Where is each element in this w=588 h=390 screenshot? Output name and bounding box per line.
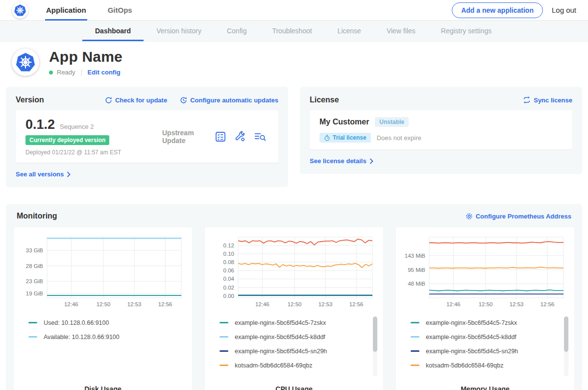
version-card-title: Version [16, 96, 44, 104]
legend-label: example-nginx-5bc6f5d4c5-k8ddf [235, 334, 325, 341]
channel-badge: Unstable [375, 117, 409, 127]
add-application-button[interactable]: Add a new application [452, 2, 543, 18]
logout-button[interactable]: Log out [552, 6, 576, 14]
legend-label: kotsadm-5db6dc6584-69qbz [426, 362, 503, 369]
svg-text:12:50: 12:50 [288, 301, 302, 307]
legend-dash-icon [28, 336, 37, 338]
check-for-update-link[interactable]: Check for update [105, 97, 167, 104]
svg-text:12:53: 12:53 [127, 301, 142, 307]
tab-config[interactable]: Config [214, 21, 259, 41]
legend-item: kotsadm-5db6dc6584-69qbz [411, 358, 570, 372]
tab-view-files[interactable]: View files [374, 21, 428, 41]
chevron-right-icon [67, 171, 71, 177]
legend-scrollbar-thumb[interactable] [373, 317, 377, 352]
svg-text:48 MiB: 48 MiB [408, 281, 425, 287]
license-details-row: My Customer Unstable Trial license Does … [310, 110, 572, 149]
disk-usage-chart-card: 33 GiB28 GiB23 GiB19 GiB12:4612:5012:531… [14, 227, 192, 390]
legend-scrollbar[interactable] [373, 317, 377, 376]
gear-icon [466, 213, 473, 220]
configure-automatic-updates-link[interactable]: Configure automatic updates [180, 97, 278, 104]
svg-text:12:53: 12:53 [318, 301, 333, 307]
legend-scrollbar[interactable] [564, 317, 568, 376]
tab-gitops[interactable]: GitOps [107, 0, 133, 21]
legend-dash-icon [411, 322, 419, 323]
legend-dash-icon [220, 350, 228, 352]
tab-dashboard[interactable]: Dashboard [82, 21, 144, 41]
svg-text:12:46: 12:46 [64, 301, 78, 307]
sync-license-link[interactable]: Sync license [523, 97, 572, 104]
legend-dash-icon [411, 365, 419, 366]
monitoring-card: Monitoring Configure Prometheus Address … [6, 204, 582, 390]
app-kubernetes-icon [12, 49, 39, 76]
top-navbar: Application GitOps Add a new application… [0, 0, 588, 21]
svg-text:12:50: 12:50 [97, 301, 111, 307]
svg-text:0.00: 0.00 [223, 293, 234, 299]
legend-dash-icon [220, 322, 228, 323]
app-header: App Name Ready Edit config [0, 42, 588, 84]
license-expiry: Does not expire [377, 134, 421, 142]
configure-prometheus-link[interactable]: Configure Prometheus Address [466, 213, 571, 220]
legend-item: example-nginx-5bc6f5d4c5-7zskx [220, 316, 379, 330]
edit-config-link[interactable]: Edit config [88, 69, 121, 76]
deployed-badge: Currently deployed version [25, 135, 109, 145]
tab-registry-settings[interactable]: Registry settings [428, 21, 504, 41]
svg-text:0.08: 0.08 [223, 259, 234, 265]
license-card-title: License [310, 96, 339, 104]
memory-usage-chart: 143 MiB95 MiB48 MiB12:4612:5012:5312:56 [400, 233, 570, 311]
view-files-icon[interactable] [254, 131, 267, 143]
cpu-usage-chart: 0.120.100.080.060.040.020.0012:4612:5012… [209, 233, 379, 311]
sync-icon [523, 97, 531, 103]
license-card: License Sync license My Customer Unstabl… [300, 87, 582, 174]
app-sub-navbar: Dashboard Version history Config Trouble… [0, 21, 588, 42]
legend-dash-icon [411, 336, 419, 338]
deployed-timestamp: Deployed 01/21/22 @ 11:57 am EST [25, 149, 150, 156]
tab-version-history[interactable]: Version history [144, 21, 214, 41]
topnav-tabs: Application GitOps [45, 0, 153, 21]
kubernetes-logo-icon[interactable] [12, 2, 28, 19]
divider [81, 69, 82, 76]
tab-license[interactable]: License [325, 21, 374, 41]
svg-text:23 GiB: 23 GiB [26, 278, 43, 284]
status-dot-icon [49, 71, 53, 74]
chart-title: CPU Usage [209, 379, 379, 390]
cpu-usage-chart-card: 0.120.100.080.060.040.020.0012:4612:5012… [205, 227, 383, 390]
legend-item: example-nginx-5bc6f5d4c5-sn29h [411, 344, 570, 358]
legend-label: example-nginx-5bc6f5d4c5-k8ddf [426, 334, 516, 341]
svg-text:12:46: 12:46 [255, 301, 270, 307]
customer-name: My Customer [319, 118, 369, 126]
app-status-text: Ready [57, 69, 75, 76]
svg-text:0.04: 0.04 [223, 276, 235, 282]
legend-item: kotsadm-5db6dc6584-69qbz [220, 358, 379, 372]
legend-dash-icon [220, 365, 228, 366]
refresh-icon [105, 97, 112, 104]
version-card: Version Check for update Configure au [6, 87, 288, 187]
legend-item: Used: 10.128.0.66:9100 [28, 316, 188, 330]
legend-label: example-nginx-5bc6f5d4c5-7zskx [426, 319, 517, 326]
svg-text:12:56: 12:56 [349, 301, 364, 307]
see-all-versions-link[interactable]: See all versions [16, 171, 71, 178]
chart-title: Memory Usage [400, 379, 570, 390]
clock-refresh-icon [180, 97, 187, 104]
legend-item: example-nginx-5bc6f5d4c5-sn29h [220, 344, 379, 358]
svg-text:95 MiB: 95 MiB [408, 267, 425, 273]
memory-usage-chart-card: 143 MiB95 MiB48 MiB12:4612:5012:5312:56 … [396, 227, 574, 390]
legend-scrollbar-thumb[interactable] [564, 317, 568, 352]
current-version-row: 0.1.2 Sequence 2 Currently deployed vers… [16, 110, 278, 163]
tab-application[interactable]: Application [45, 0, 87, 21]
edit-config-icon[interactable] [234, 131, 246, 143]
legend-label: example-nginx-5bc6f5d4c5-sn29h [426, 348, 518, 355]
legend-item: example-nginx-5bc6f5d4c5-k8ddf [220, 330, 379, 344]
preflight-checks-icon[interactable] [215, 131, 226, 143]
svg-text:12:46: 12:46 [446, 301, 461, 307]
stopwatch-icon [324, 135, 330, 141]
legend-dash-icon [28, 322, 37, 323]
svg-text:12:53: 12:53 [510, 301, 524, 307]
see-license-details-link[interactable]: See license details [310, 157, 373, 165]
legend-label: example-nginx-5bc6f5d4c5-7zskx [235, 319, 326, 326]
disk-usage-chart: 33 GiB28 GiB23 GiB19 GiB12:4612:5012:531… [18, 233, 188, 311]
svg-text:12:56: 12:56 [540, 301, 555, 307]
legend-dash-icon [411, 350, 419, 352]
tab-troubleshoot[interactable]: Troubleshoot [259, 21, 324, 41]
svg-text:0.02: 0.02 [223, 285, 234, 291]
legend-dash-icon [220, 336, 228, 338]
